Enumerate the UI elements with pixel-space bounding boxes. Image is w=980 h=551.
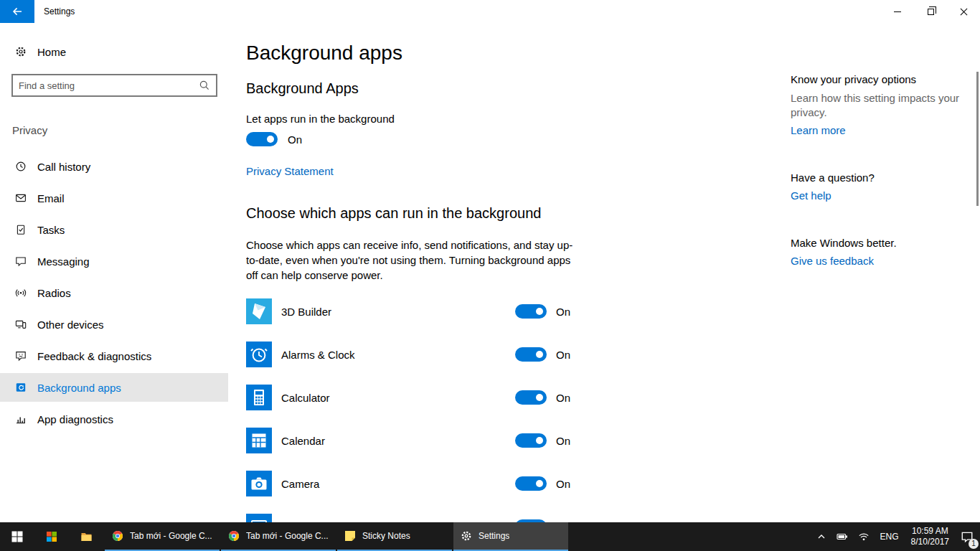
sidebar-item-email[interactable]: Email bbox=[0, 184, 228, 212]
battery-button[interactable] bbox=[831, 522, 853, 551]
toggle-knob bbox=[536, 480, 543, 487]
page-title: Background apps bbox=[246, 40, 791, 66]
feedback-header: Make Windows better. bbox=[791, 237, 963, 249]
toggle-knob bbox=[536, 351, 543, 358]
network-button[interactable] bbox=[853, 522, 875, 551]
start-button[interactable] bbox=[0, 522, 34, 551]
app-toggle-camera[interactable] bbox=[515, 476, 547, 491]
minimize-icon bbox=[894, 11, 901, 12]
sidebar-item-feedback-diagnostics[interactable]: Feedback & diagnostics bbox=[0, 342, 228, 370]
folder-icon bbox=[80, 531, 93, 542]
titlebar: Settings bbox=[0, 0, 980, 23]
alarms-clock-icon bbox=[246, 342, 272, 367]
app-toggle-state: On bbox=[556, 435, 578, 447]
language-indicator[interactable]: ENG bbox=[875, 532, 905, 542]
sidebar-item-app-diagnostics[interactable]: App diagnostics bbox=[0, 405, 228, 433]
sidebar-item-tasks[interactable]: Tasks bbox=[0, 215, 228, 244]
windows-logo-icon bbox=[11, 531, 23, 542]
speech-bubble-icon bbox=[15, 255, 27, 267]
app-toggle-3d-builder[interactable] bbox=[515, 304, 547, 319]
close-icon bbox=[959, 7, 969, 17]
minimize-button[interactable] bbox=[881, 0, 914, 23]
window-controls bbox=[881, 0, 980, 23]
envelope-icon bbox=[15, 192, 27, 204]
sidebar-item-radios[interactable]: Radios bbox=[0, 278, 228, 307]
background-apps-master-toggle[interactable] bbox=[246, 132, 278, 146]
taskbar-settings[interactable]: Settings bbox=[453, 522, 568, 551]
chrome-icon bbox=[112, 530, 123, 542]
search-box bbox=[11, 74, 217, 97]
sticky-notes-icon bbox=[344, 530, 356, 542]
feedback-smiley-icon bbox=[15, 350, 27, 362]
restore-icon bbox=[928, 9, 934, 15]
chevron-up-icon bbox=[816, 532, 826, 542]
chrome-icon bbox=[228, 530, 240, 542]
app-row: Connect On bbox=[246, 505, 578, 522]
give-feedback-link[interactable]: Give us feedback bbox=[791, 255, 874, 267]
global-toggle-label: Let apps run in the background bbox=[246, 113, 791, 125]
tray-expand-button[interactable] bbox=[811, 522, 831, 551]
taskbar-button-label: Tab mới - Google C... bbox=[130, 531, 212, 541]
toggle-knob bbox=[267, 136, 274, 143]
app-row: Alarms & Clock On bbox=[246, 333, 578, 376]
wifi-icon bbox=[858, 531, 870, 542]
file-explorer-button[interactable] bbox=[69, 522, 103, 551]
app-row: 3D Builder On bbox=[246, 290, 578, 333]
devices-icon bbox=[15, 319, 27, 330]
pinned-app-icon bbox=[46, 531, 57, 542]
privacy-statement-link[interactable]: Privacy Statement bbox=[246, 165, 334, 177]
sidebar-item-label: Messaging bbox=[37, 255, 90, 268]
question-header: Have a question? bbox=[791, 171, 963, 184]
taskbar-clock[interactable]: 10:59 AM 8/10/2017 bbox=[905, 526, 956, 547]
clock-time: 10:59 AM bbox=[911, 526, 949, 537]
app-name: Alarms & Clock bbox=[281, 349, 515, 361]
calculator-icon bbox=[246, 385, 272, 410]
back-button[interactable] bbox=[0, 0, 34, 23]
app-toggle-state: On bbox=[556, 392, 578, 404]
sidebar-item-messaging[interactable]: Messaging bbox=[0, 247, 228, 276]
section-header-background-apps: Background Apps bbox=[246, 80, 791, 97]
search-input[interactable] bbox=[13, 75, 199, 95]
radio-waves-icon bbox=[15, 287, 27, 298]
sidebar-item-home[interactable]: Home bbox=[0, 37, 228, 66]
app-name: Camera bbox=[281, 478, 515, 490]
gear-icon bbox=[15, 46, 27, 57]
taskbar: Tab mới - Google C... Tab mới - Google C… bbox=[0, 522, 980, 551]
app-toggle-calculator[interactable] bbox=[515, 390, 547, 405]
sidebar-item-call-history[interactable]: Call history bbox=[0, 152, 228, 181]
app-toggle-state: On bbox=[556, 349, 578, 361]
close-button[interactable] bbox=[947, 0, 980, 23]
taskbar-button-label: Sticky Notes bbox=[362, 531, 410, 541]
app-name: 3D Builder bbox=[281, 306, 515, 318]
clock-date: 8/10/2017 bbox=[911, 537, 949, 547]
sidebar-item-label: Feedback & diagnostics bbox=[37, 350, 151, 362]
system-tray: ENG 10:59 AM 8/10/2017 1 bbox=[811, 522, 980, 551]
app-toggle-calendar[interactable] bbox=[515, 433, 547, 448]
taskbar-chrome-window-2[interactable]: Tab mới - Google C... bbox=[221, 522, 336, 551]
sidebar-item-label: App diagnostics bbox=[37, 413, 113, 425]
pinned-app-button[interactable] bbox=[34, 522, 69, 551]
3d-builder-icon bbox=[246, 298, 272, 324]
taskbar-sticky-notes[interactable]: Sticky Notes bbox=[337, 522, 452, 551]
get-help-link[interactable]: Get help bbox=[791, 189, 831, 202]
sidebar-item-other-devices[interactable]: Other devices bbox=[0, 310, 228, 339]
sidebar-section-header: Privacy bbox=[12, 124, 47, 136]
sidebar-item-label: Tasks bbox=[37, 224, 65, 236]
scrollbar-thumb[interactable] bbox=[976, 72, 979, 206]
app-toggle-alarms-clock[interactable] bbox=[515, 347, 547, 362]
sidebar-item-label: Call history bbox=[37, 161, 90, 173]
sidebar-item-label: Background apps bbox=[37, 382, 121, 394]
bar-chart-icon bbox=[15, 413, 27, 425]
restore-button[interactable] bbox=[914, 0, 947, 23]
learn-more-link[interactable]: Learn more bbox=[791, 124, 846, 136]
toggle-knob bbox=[536, 437, 543, 444]
back-arrow-icon bbox=[11, 6, 23, 17]
action-center-button[interactable]: 1 bbox=[956, 522, 979, 551]
sidebar-item-background-apps[interactable]: Background apps bbox=[0, 373, 228, 402]
settings-gear-icon bbox=[461, 530, 472, 542]
toggle-knob bbox=[536, 394, 543, 401]
notification-badge: 1 bbox=[969, 539, 979, 549]
taskbar-chrome-window-1[interactable]: Tab mới - Google C... bbox=[105, 522, 220, 551]
app-name: Calculator bbox=[281, 392, 515, 404]
window-title: Settings bbox=[44, 6, 75, 17]
